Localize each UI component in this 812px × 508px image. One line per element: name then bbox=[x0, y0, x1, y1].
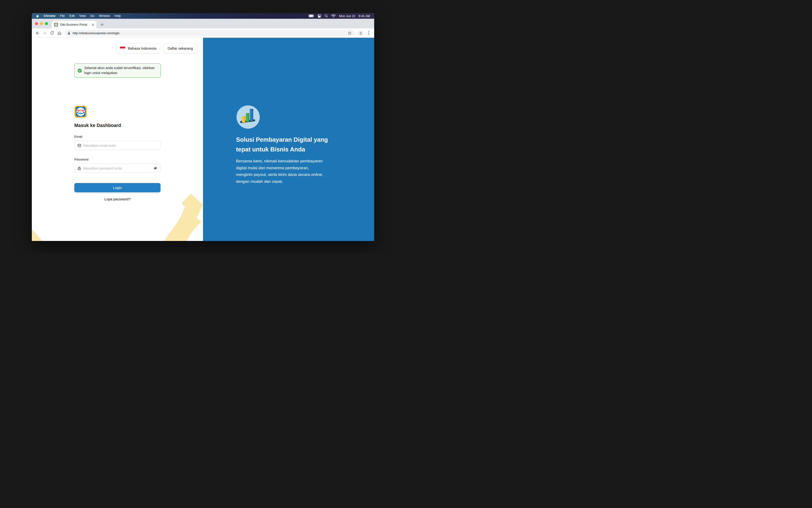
lock-icon bbox=[77, 166, 81, 170]
toggle-password-visibility-icon[interactable] bbox=[154, 166, 158, 170]
desktop-background: Chrome File Edit View Go Window Help bbox=[0, 0, 406, 254]
email-label: Email bbox=[74, 135, 82, 138]
spotlight-search-icon[interactable] bbox=[325, 14, 328, 17]
menu-window[interactable]: Window bbox=[99, 13, 110, 19]
email-input[interactable] bbox=[83, 143, 158, 147]
chrome-tab-strip: OTTO Otto Business Portal bbox=[32, 19, 374, 29]
menu-help[interactable]: Help bbox=[115, 13, 121, 19]
logo-sub-text: PAY bbox=[79, 112, 82, 114]
register-button[interactable]: Daftar sekarang bbox=[163, 43, 197, 53]
menu-go[interactable]: Go bbox=[90, 13, 94, 19]
new-tab-button[interactable] bbox=[99, 22, 105, 28]
login-heading: Masuk ke Dashboard bbox=[74, 123, 121, 128]
promo-heading: Solusi Pembayaran Digital yang tepat unt… bbox=[236, 135, 328, 154]
zoom-window-button[interactable] bbox=[45, 22, 48, 25]
menu-file[interactable]: File bbox=[60, 13, 65, 19]
email-field[interactable] bbox=[74, 141, 161, 150]
tab-title: Otto Business Portal bbox=[60, 23, 90, 26]
password-field[interactable] bbox=[74, 164, 161, 173]
tab-favicon-ottopay: OTTO bbox=[54, 23, 58, 27]
tab-close-icon[interactable] bbox=[92, 24, 94, 26]
browser-toolbar: http://ottobusinessportal.com/login bbox=[32, 29, 374, 38]
promo-body: Bersama kami, nikmati kemudahan pembayar… bbox=[236, 158, 323, 185]
macos-menu-bar: Chrome File Edit View Go Window Help bbox=[32, 13, 374, 19]
minimize-window-button[interactable] bbox=[40, 22, 43, 25]
profile-avatar-icon[interactable] bbox=[358, 31, 363, 36]
login-button[interactable]: Login bbox=[74, 183, 161, 192]
battery-icon[interactable] bbox=[309, 14, 314, 17]
password-label: Password bbox=[74, 158, 88, 161]
success-alert-text: Selamat akun anda sudah terverifikasi, s… bbox=[84, 66, 155, 76]
url-text[interactable]: http://ottobusinessportal.com/login bbox=[73, 31, 345, 35]
email-envelope-icon bbox=[77, 143, 81, 147]
menu-view[interactable]: View bbox=[79, 13, 86, 19]
forgot-password-link[interactable]: Lupa password? bbox=[74, 197, 161, 201]
back-button[interactable] bbox=[34, 30, 40, 36]
bookmark-star-icon[interactable] bbox=[348, 31, 352, 35]
check-circle-icon bbox=[77, 68, 82, 73]
control-center-icon[interactable] bbox=[318, 14, 321, 18]
browser-menu-kebab-icon[interactable] bbox=[366, 30, 372, 36]
language-selector-button[interactable]: Bahasa Indonesia bbox=[116, 43, 160, 53]
page-content: Bahasa Indonesia Daftar sekarang Selamat… bbox=[32, 38, 374, 241]
indonesia-flag-icon bbox=[120, 46, 125, 50]
browser-window: Chrome File Edit View Go Window Help bbox=[32, 13, 374, 241]
menu-bar-date[interactable]: Mon Jun 22 bbox=[339, 14, 355, 18]
padlock-icon[interactable] bbox=[68, 31, 71, 35]
wifi-icon[interactable] bbox=[331, 14, 336, 17]
logo-brand-text: OTTO bbox=[77, 110, 84, 112]
apple-logo-icon[interactable] bbox=[36, 14, 39, 18]
reload-button[interactable] bbox=[49, 30, 55, 36]
home-button[interactable] bbox=[56, 30, 62, 36]
ottopay-logo: OTTO PAY bbox=[74, 105, 87, 119]
bar-chart-illustration bbox=[237, 105, 260, 130]
login-pane: Bahasa Indonesia Daftar sekarang Selamat… bbox=[32, 38, 203, 241]
language-selector-label: Bahasa Indonesia bbox=[128, 46, 156, 50]
close-window-button[interactable] bbox=[35, 22, 38, 25]
register-button-label: Daftar sekarang bbox=[168, 46, 193, 50]
menu-edit[interactable]: Edit bbox=[69, 13, 75, 19]
active-tab[interactable]: OTTO Otto Business Portal bbox=[52, 21, 96, 29]
password-input[interactable] bbox=[83, 166, 151, 170]
address-bar[interactable]: http://ottobusinessportal.com/login bbox=[65, 30, 354, 36]
promo-pane: Solusi Pembayaran Digital yang tepat unt… bbox=[203, 38, 374, 241]
success-alert: Selamat akun anda sudah terverifikasi, s… bbox=[74, 64, 161, 78]
menu-chrome[interactable]: Chrome bbox=[44, 13, 55, 19]
menu-bar-clock[interactable]: 9:41 AM bbox=[358, 14, 370, 18]
forward-button[interactable] bbox=[42, 30, 48, 36]
